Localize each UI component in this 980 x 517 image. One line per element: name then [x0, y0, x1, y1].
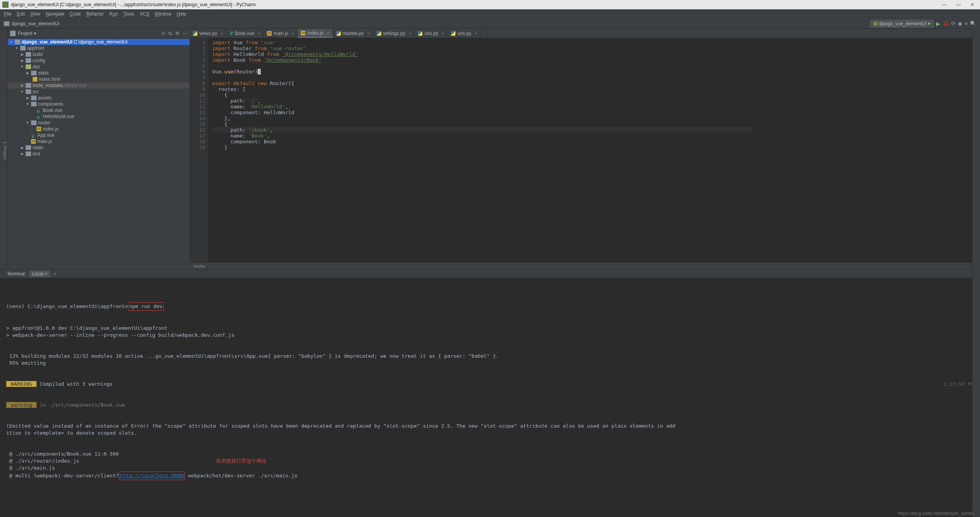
- code-content[interactable]: import Vue from 'vue'import Router from …: [208, 38, 752, 263]
- terminal-line: > appfront@1.0.0 dev C:\django_vue_eleme…: [6, 325, 167, 331]
- menu-file[interactable]: File: [2, 11, 14, 17]
- terminal-prompt: (venv) C:\django_vue_elementUi\appfront>: [6, 303, 128, 309]
- close-icon[interactable]: ×: [258, 31, 260, 36]
- terminal-output[interactable]: (venv) C:\django_vue_elementUi\appfront>…: [0, 278, 980, 517]
- tree-mainjs[interactable]: JSmain.js: [8, 138, 190, 144]
- app-icon: [2, 2, 9, 8]
- menu-code[interactable]: Code: [67, 11, 83, 17]
- tab-mainjs[interactable]: JSmain.js×: [264, 29, 298, 38]
- js-icon: JS: [31, 139, 36, 144]
- scroll-to-button[interactable]: ⊙: [161, 31, 165, 36]
- menu-tools[interactable]: Tools: [121, 11, 136, 17]
- hide-button[interactable]: —: [183, 31, 187, 36]
- js-icon: JS: [37, 127, 41, 131]
- tab-settings[interactable]: settings.py×: [373, 29, 415, 38]
- run-coverage-button[interactable]: ⟳: [951, 21, 956, 26]
- terminal-line: 12% building modules 22/32 modules 10 ac…: [6, 353, 499, 359]
- tree-hellovue[interactable]: VHelloWorld.vue: [8, 113, 190, 120]
- vue-icon: V: [37, 108, 41, 112]
- tree-indexjs[interactable]: JSindex.js: [8, 126, 190, 132]
- timestamp: 2:23:58 PM: [943, 381, 974, 388]
- project-tool-button[interactable]: 1: Project: [0, 29, 8, 270]
- project-tree[interactable]: ▼django_vue_elementUi C:\django_vue_elem…: [8, 38, 190, 270]
- navigation-bar: django_vue_elementUi django_vue_elementU…: [0, 19, 980, 29]
- terminal-line: @ multi (webpack)-dev-server/client?: [6, 473, 119, 479]
- project-sidebar: Project ▾ ⊙ ⇆ ⚙ — ▼django_vue_elementUi …: [8, 29, 190, 270]
- menu-view[interactable]: View: [28, 11, 43, 17]
- tree-nodemodules[interactable]: ▶node_modules library root: [8, 82, 190, 89]
- profiler-button[interactable]: ◉: [958, 21, 962, 26]
- terminal-line: ition to <template> to denote scoped slo…: [6, 430, 137, 436]
- main-menubar: File Edit View Navigate Code Refactor Ru…: [0, 9, 980, 19]
- terminal-line: @ ./src/router/index.js: [6, 458, 79, 464]
- search-button[interactable]: 🔍: [970, 21, 976, 26]
- tab-urls1[interactable]: urls.py×: [415, 29, 448, 38]
- js-icon: JS: [301, 31, 305, 35]
- project-label[interactable]: Project: [18, 31, 32, 36]
- terminal-title: Terminal:: [4, 270, 29, 277]
- terminal-add-button[interactable]: +: [51, 270, 59, 277]
- terminal-line: @ ./src/components/Book.vue 11:0-360: [6, 451, 119, 457]
- editor-tabs: views.py× VBook.vue× JSmain.js× JSindex.…: [190, 29, 980, 38]
- close-icon[interactable]: ×: [475, 31, 477, 36]
- tree-bookvue[interactable]: VBook.vue: [8, 107, 190, 113]
- maximize-button[interactable]: ▭: [953, 2, 964, 7]
- tree-dist[interactable]: ▼dist: [8, 64, 190, 70]
- tree-test[interactable]: ▶test: [8, 151, 190, 157]
- tab-views[interactable]: views.py×: [190, 29, 227, 38]
- breadcrumb-root[interactable]: django_vue_elementUi: [12, 21, 59, 26]
- tree-appvue[interactable]: VApp.vue: [8, 132, 190, 138]
- tree-appfront[interactable]: ▼appfront: [8, 45, 190, 51]
- js-icon: JS: [267, 31, 272, 36]
- tree-config[interactable]: ▶config: [8, 57, 190, 64]
- tree-static[interactable]: ▶static: [8, 144, 190, 151]
- tree-build[interactable]: ▶build: [8, 51, 190, 57]
- window-title: django_vue_elementUi [C:\django_vue_elem…: [11, 2, 256, 7]
- python-icon: [193, 31, 197, 36]
- vue-icon: V: [37, 115, 41, 118]
- menu-window[interactable]: Window: [152, 11, 174, 17]
- close-icon[interactable]: ×: [442, 31, 444, 36]
- tab-urls2[interactable]: urls.py×: [448, 29, 481, 38]
- editor-breadcrumb[interactable]: routes: [190, 263, 980, 270]
- run-config-dropdown[interactable]: django_vue_elementUi ▾: [870, 20, 934, 28]
- terminal-tab[interactable]: Local ×: [29, 270, 51, 277]
- run-button[interactable]: ▶: [936, 21, 940, 27]
- chevron-down-icon: ▾: [928, 21, 930, 26]
- tree-src[interactable]: ▼src: [8, 89, 190, 95]
- menu-edit[interactable]: Edit: [14, 11, 27, 17]
- tree-components[interactable]: ▼components: [8, 101, 190, 107]
- localhost-link[interactable]: http://localhost:8080: [120, 473, 184, 479]
- menu-run[interactable]: Run: [107, 11, 120, 17]
- settings-icon[interactable]: ⚙: [175, 31, 180, 36]
- stop-button[interactable]: ≡: [964, 21, 968, 26]
- close-icon[interactable]: ×: [367, 31, 370, 36]
- close-icon[interactable]: ×: [221, 31, 223, 36]
- minimize-button[interactable]: —: [939, 2, 950, 7]
- menu-vcs[interactable]: VCS: [137, 11, 152, 17]
- tab-indexjs[interactable]: JSindex.js×: [298, 29, 333, 38]
- warning-text: Compiled with 3 warnings: [37, 381, 113, 387]
- menu-refactor[interactable]: Refactor: [84, 11, 106, 17]
- debug-button[interactable]: 🐞: [943, 21, 949, 26]
- tree-root[interactable]: ▼django_vue_elementUi C:\django_vue_elem…: [8, 39, 190, 45]
- close-icon[interactable]: ×: [292, 31, 294, 36]
- tree-router[interactable]: ▼router: [8, 120, 190, 126]
- close-button[interactable]: ✕: [967, 2, 978, 7]
- close-icon[interactable]: ×: [327, 31, 329, 35]
- vue-icon: V: [230, 31, 233, 36]
- code-editor[interactable]: 12345678910111213141516171819 import Vue…: [190, 38, 980, 263]
- project-header: Project ▾ ⊙ ⇆ ⚙ —: [8, 29, 190, 38]
- tab-book[interactable]: VBook.vue×: [227, 29, 264, 38]
- tree-assets[interactable]: ▶assets: [8, 95, 190, 101]
- menu-help[interactable]: Help: [174, 11, 189, 17]
- menu-navigate[interactable]: Navigate: [44, 11, 66, 17]
- command-highlight-box: npm run dev: [128, 302, 164, 311]
- close-icon[interactable]: ×: [409, 31, 411, 36]
- annotation-text: 在浏览器打开这个网址: [216, 458, 267, 464]
- gutter-line-numbers: 12345678910111213141516171819: [190, 38, 208, 263]
- tree-static0[interactable]: ▶static: [8, 70, 190, 76]
- tab-models[interactable]: models.py×: [333, 29, 373, 38]
- collapse-button[interactable]: ⇆: [168, 31, 172, 36]
- tree-indexhtml[interactable]: index.html: [8, 76, 190, 82]
